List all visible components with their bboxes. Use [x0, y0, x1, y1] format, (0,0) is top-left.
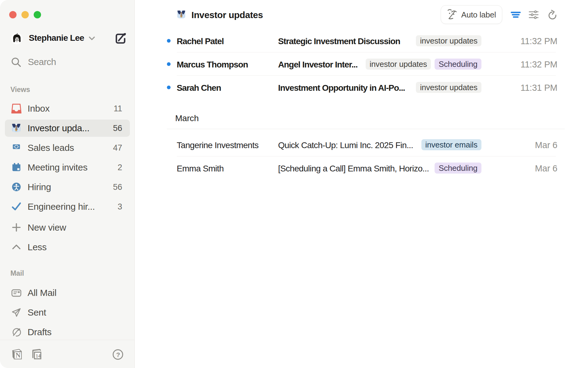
- svg-text:N: N: [16, 351, 21, 359]
- svg-text:14: 14: [36, 353, 40, 358]
- svg-text:?: ?: [116, 351, 120, 358]
